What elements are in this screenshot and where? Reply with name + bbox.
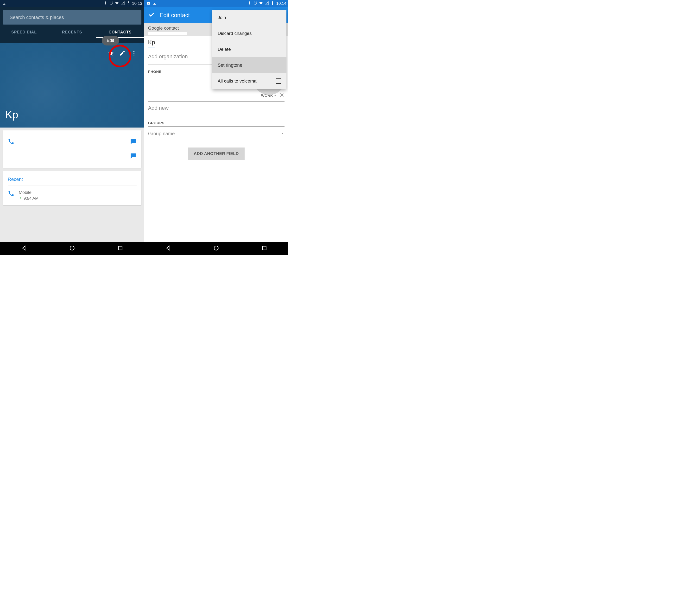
text-cursor xyxy=(155,40,155,47)
download-icon xyxy=(2,1,6,6)
status-bar: 10:13 xyxy=(0,0,144,7)
phone-icon[interactable] xyxy=(8,138,14,146)
svg-point-4 xyxy=(133,51,134,52)
tab-recents[interactable]: RECENTS xyxy=(48,30,96,34)
svg-point-5 xyxy=(133,53,134,53)
status-time: 10:13 xyxy=(132,1,142,6)
signal-icon xyxy=(265,1,269,6)
star-icon[interactable] xyxy=(108,50,114,57)
incoming-icon xyxy=(19,196,22,201)
group-field[interactable]: Group name xyxy=(148,126,285,141)
svg-point-7 xyxy=(70,246,74,250)
recent-call-item[interactable]: Mobile 9:54 AM xyxy=(8,190,137,201)
message-icon[interactable] xyxy=(130,153,137,160)
screen-contact-detail: 10:13 Search contacts & places SPEED DIA… xyxy=(0,0,144,255)
home-button[interactable] xyxy=(69,245,75,252)
overflow-menu: Join Discard changes Delete Set ringtone… xyxy=(212,10,286,89)
recents-button[interactable] xyxy=(117,245,123,252)
overflow-icon[interactable] xyxy=(131,50,137,57)
add-new-phone[interactable]: Add new xyxy=(148,102,285,116)
account-label: Google contact xyxy=(148,26,179,31)
done-icon[interactable] xyxy=(148,11,155,19)
edit-tooltip: Edit xyxy=(102,36,119,45)
download-icon xyxy=(153,1,157,6)
alarm-icon xyxy=(109,1,113,6)
wifi-icon xyxy=(115,1,119,6)
svg-rect-8 xyxy=(118,246,122,250)
svg-point-6 xyxy=(133,55,134,55)
menu-set-ringtone[interactable]: Set ringtone xyxy=(212,57,286,73)
recent-type: Mobile xyxy=(19,190,38,195)
svg-rect-0 xyxy=(128,3,129,4)
bluetooth-icon xyxy=(247,1,252,6)
add-another-field-button[interactable]: ADD ANOTHER FIELD xyxy=(188,148,244,160)
group-placeholder: Group name xyxy=(148,131,281,136)
screen-edit-contact: 10:14 Edit contact Google contact Kp Add… xyxy=(144,0,289,255)
tabs: SPEED DIAL RECENTS CONTACTS xyxy=(0,26,144,38)
checkbox-icon[interactable] xyxy=(276,78,281,84)
search-placeholder: Search contacts & places xyxy=(10,15,131,20)
menu-voicemail-label: All calls to voicemail xyxy=(218,78,276,84)
recents-button[interactable] xyxy=(261,245,267,252)
battery-icon xyxy=(270,1,275,6)
menu-delete[interactable]: Delete xyxy=(212,41,286,57)
cards-area: Recent Mobile 9:54 AM xyxy=(0,127,144,242)
search-bar[interactable]: Search contacts & places xyxy=(3,10,141,25)
edit-icon[interactable] xyxy=(119,50,126,57)
account-email xyxy=(148,32,187,35)
recent-heading: Recent xyxy=(8,175,137,186)
signal-icon xyxy=(121,1,125,6)
phone-icon xyxy=(8,190,14,198)
menu-join[interactable]: Join xyxy=(212,10,286,26)
svg-rect-10 xyxy=(263,246,266,250)
alarm-icon xyxy=(253,1,257,6)
chevron-down-icon xyxy=(281,131,285,136)
battery-icon xyxy=(126,1,131,6)
recent-time: 9:54 AM xyxy=(23,196,38,201)
wifi-icon xyxy=(259,1,263,6)
svg-point-9 xyxy=(214,246,218,250)
tab-speed-dial[interactable]: SPEED DIAL xyxy=(0,30,48,34)
menu-discard[interactable]: Discard changes xyxy=(212,26,286,41)
phone-field[interactable] xyxy=(148,92,259,99)
phone-card xyxy=(3,130,141,168)
message-icon[interactable] xyxy=(130,138,137,146)
status-time: 10:14 xyxy=(276,1,286,6)
remove-icon[interactable] xyxy=(279,92,285,99)
contact-name: Kp xyxy=(5,109,18,121)
name-field[interactable]: Kp xyxy=(148,36,155,47)
nav-bar xyxy=(0,242,144,255)
bluetooth-icon xyxy=(103,1,108,6)
back-button[interactable] xyxy=(21,245,27,252)
section-groups: GROUPS xyxy=(148,121,285,126)
recent-card: Recent Mobile 9:54 AM xyxy=(3,171,141,205)
list-scrim xyxy=(0,38,144,43)
home-button[interactable] xyxy=(213,245,219,252)
contact-hero: Kp xyxy=(0,43,144,127)
menu-voicemail[interactable]: All calls to voicemail xyxy=(212,73,286,89)
status-bar: 10:14 xyxy=(144,0,289,7)
dialer-header: Search contacts & places SPEED DIAL RECE… xyxy=(0,7,144,38)
image-icon xyxy=(146,1,151,6)
back-button[interactable] xyxy=(165,245,171,252)
page-title: Edit contact xyxy=(160,12,190,18)
nav-bar xyxy=(144,242,289,255)
